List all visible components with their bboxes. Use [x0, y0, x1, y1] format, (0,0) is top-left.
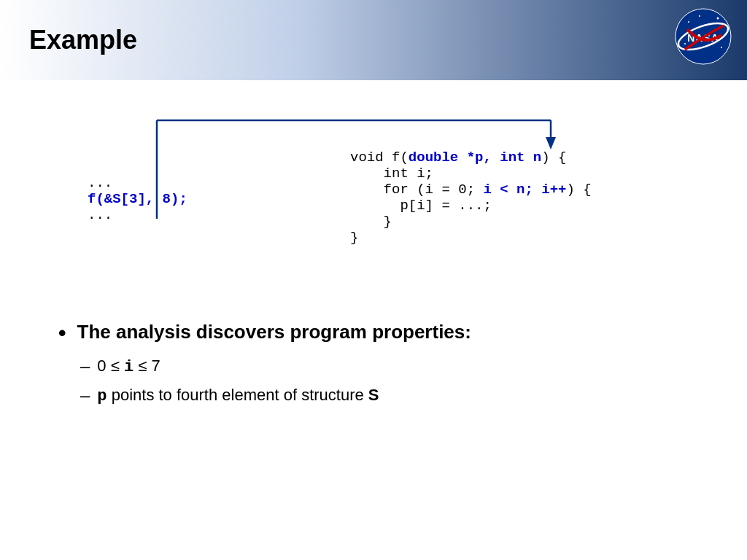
page-title: Example — [29, 25, 137, 55]
func-line3: for (i = 0; i < n; i++) { — [350, 182, 592, 198]
svg-point-1 — [688, 21, 689, 23]
func-signature: void f(double *p, int n) { — [350, 149, 592, 166]
bullets-section: • The analysis discovers program propert… — [44, 321, 703, 405]
dash-1: – — [80, 356, 90, 376]
caller-code-block: ... f(&S[3], 8); ... — [88, 175, 187, 223]
nasa-logo: NASA — [674, 7, 732, 66]
main-bullet-text: The analysis discovers program propertie… — [77, 321, 471, 343]
svg-point-5 — [699, 15, 700, 17]
func-line5: } — [350, 214, 592, 230]
sub-bullet-1-text: 0 ≤ i ≤ 7 — [97, 357, 160, 376]
sub-bullet-2-text: p points to fourth element of structure … — [97, 386, 379, 405]
bullet-dot: • — [58, 321, 66, 345]
sub-bullet-1: – 0 ≤ i ≤ 7 — [80, 356, 703, 376]
sub-bullet-2: – p points to fourth element of structur… — [80, 385, 703, 405]
main-content: ... f(&S[3], 8); ... void f(double *p, i… — [0, 80, 747, 429]
code-diagram: ... f(&S[3], 8); ... void f(double *p, i… — [44, 95, 703, 299]
func-line4: p[i] = ...; — [350, 198, 592, 214]
function-code-block: void f(double *p, int n) { int i; for (i… — [350, 149, 592, 246]
caller-line3: ... — [88, 207, 187, 223]
svg-point-3 — [684, 43, 686, 44]
caller-line2: f(&S[3], 8); — [88, 191, 187, 207]
header: Example NASA — [0, 0, 747, 80]
dash-2: – — [80, 385, 90, 405]
func-line6: } — [350, 230, 592, 246]
main-bullet: • The analysis discovers program propert… — [58, 321, 703, 345]
caller-line1: ... — [88, 175, 187, 191]
svg-point-2 — [717, 18, 719, 20]
svg-marker-11 — [546, 137, 556, 149]
svg-point-4 — [721, 47, 722, 48]
func-line2: int i; — [350, 166, 592, 182]
